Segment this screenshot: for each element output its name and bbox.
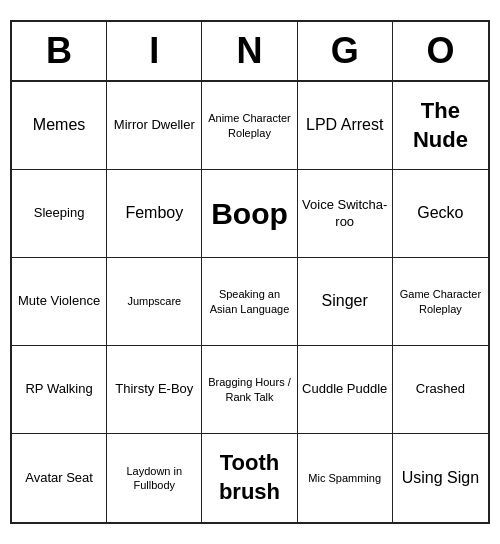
- bingo-cell-4: The Nude: [393, 82, 488, 170]
- bingo-cell-18: Cuddle Puddle: [298, 346, 393, 434]
- bingo-cell-14: Game Character Roleplay: [393, 258, 488, 346]
- bingo-cell-21: Laydown in Fullbody: [107, 434, 202, 522]
- bingo-header: BINGO: [12, 22, 488, 82]
- bingo-cell-5: Sleeping: [12, 170, 107, 258]
- bingo-cell-24: Using Sign: [393, 434, 488, 522]
- bingo-cell-1: Mirror Dweller: [107, 82, 202, 170]
- bingo-cell-20: Avatar Seat: [12, 434, 107, 522]
- bingo-cell-10: Mute Violence: [12, 258, 107, 346]
- bingo-cell-13: Singer: [298, 258, 393, 346]
- bingo-cell-0: Memes: [12, 82, 107, 170]
- bingo-cell-17: Bragging Hours / Rank Talk: [202, 346, 297, 434]
- bingo-cell-23: Mic Spamming: [298, 434, 393, 522]
- header-letter-b: B: [12, 22, 107, 80]
- bingo-card: BINGO MemesMirror DwellerAnime Character…: [10, 20, 490, 524]
- header-letter-o: O: [393, 22, 488, 80]
- bingo-grid: MemesMirror DwellerAnime Character Rolep…: [12, 82, 488, 522]
- bingo-cell-2: Anime Character Roleplay: [202, 82, 297, 170]
- bingo-cell-22: Tooth brush: [202, 434, 297, 522]
- header-letter-i: I: [107, 22, 202, 80]
- bingo-cell-8: Voice Switcha-roo: [298, 170, 393, 258]
- bingo-cell-7: Boop: [202, 170, 297, 258]
- bingo-cell-3: LPD Arrest: [298, 82, 393, 170]
- bingo-cell-12: Speaking an Asian Language: [202, 258, 297, 346]
- bingo-cell-9: Gecko: [393, 170, 488, 258]
- bingo-cell-11: Jumpscare: [107, 258, 202, 346]
- header-letter-g: G: [298, 22, 393, 80]
- bingo-cell-6: Femboy: [107, 170, 202, 258]
- bingo-cell-15: RP Walking: [12, 346, 107, 434]
- bingo-cell-19: Crashed: [393, 346, 488, 434]
- header-letter-n: N: [202, 22, 297, 80]
- bingo-cell-16: Thirsty E-Boy: [107, 346, 202, 434]
